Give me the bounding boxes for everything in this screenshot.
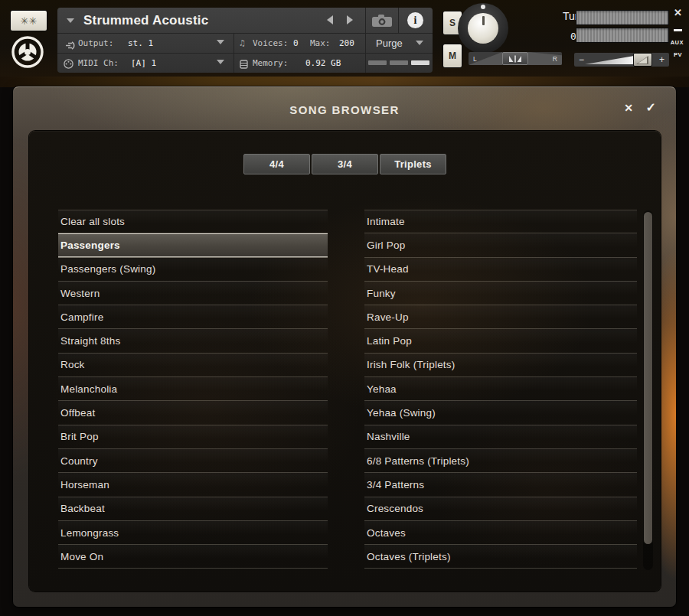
song-list-item[interactable]: Yehaa (Swing)	[364, 401, 637, 425]
song-list-item[interactable]: Backbeat	[58, 497, 328, 521]
song-list-item-label: Brit Pop	[60, 431, 99, 442]
pan-center-handle[interactable]	[502, 52, 528, 65]
instrument-header-panel: Strummed Acoustic i Output: st. 1	[57, 8, 433, 73]
song-list-item[interactable]: TV-Head	[364, 258, 637, 282]
song-list-item-label: Clear all slots	[60, 216, 125, 227]
song-list-item-label: 3/4 Patterns	[367, 479, 424, 491]
song-list-item[interactable]: Clear all slots	[58, 210, 328, 233]
pan-center-icon	[508, 55, 522, 63]
song-list-item[interactable]: 6/8 Patterns (Triplets)	[364, 449, 637, 473]
memory-label: Memory:	[253, 58, 288, 68]
song-list-item-label: Campfire	[60, 311, 103, 323]
aux-label[interactable]: AUX	[671, 39, 684, 46]
max-voices-value: 200	[339, 38, 354, 48]
snapshot-camera-icon[interactable]	[371, 14, 393, 31]
output-caret-icon[interactable]	[217, 40, 224, 44]
song-list-item-label: Horseman	[60, 479, 109, 491]
browser-confirm-icon[interactable]: ✓	[646, 100, 656, 115]
song-list-left: Clear all slots Passengers Passengers (S…	[58, 210, 328, 569]
song-list-item-label: Yehaa (Swing)	[367, 407, 436, 419]
next-instrument-icon[interactable]	[347, 15, 353, 24]
pv-label[interactable]: PV	[674, 51, 682, 58]
song-list-item-label: Latin Pop	[367, 335, 412, 347]
song-list-item-label: Straight 8ths	[60, 335, 120, 347]
tab-3-4[interactable]: 3/4	[312, 154, 378, 174]
song-list-scrollbar-thumb[interactable]	[644, 212, 652, 544]
volume-handle[interactable]	[633, 53, 652, 67]
song-list-item-label: Octaves	[367, 527, 406, 539]
purge-status-bar	[368, 60, 387, 65]
pan-slider[interactable]: L R	[469, 52, 562, 65]
song-list-item[interactable]: Irish Folk (Triplets)	[364, 354, 637, 377]
output-value[interactable]: st. 1	[128, 38, 153, 48]
voices-value: 0	[293, 38, 299, 48]
midi-caret-icon[interactable]	[217, 60, 224, 64]
pan-right-label: R	[553, 55, 557, 63]
meter-tabs: 4/4 3/4 Triplets	[29, 154, 661, 174]
song-list-item[interactable]: Offbeat	[58, 401, 328, 425]
song-list-item-label: Crescendos	[367, 503, 423, 514]
song-list-item[interactable]: Intimate	[364, 210, 637, 233]
song-list-item[interactable]: Horseman	[58, 473, 328, 497]
instrument-title[interactable]: Strummed Acoustic	[83, 13, 208, 28]
song-list-item[interactable]: Nashville	[364, 425, 637, 449]
song-list-item[interactable]: Girl Pop	[364, 233, 637, 257]
song-list-item[interactable]: Brit Pop	[58, 425, 328, 449]
session-guitarist-logo-icon	[11, 35, 44, 69]
mute-button[interactable]: M	[442, 44, 462, 68]
song-list-item-label: Passengers	[60, 240, 120, 251]
song-list-item[interactable]: Lemongrass	[58, 521, 328, 545]
song-list-item[interactable]: Melancholia	[58, 377, 328, 401]
song-browser-title: SONG BROWSER	[289, 103, 399, 116]
midi-channel-value[interactable]: [A] 1	[131, 58, 156, 68]
song-list-item-label: Backbeat	[60, 503, 105, 514]
song-list-item[interactable]: Country	[58, 449, 328, 473]
song-list-item[interactable]: Octaves (Triplets)	[364, 545, 637, 569]
song-list-item-label: Passengers (Swing)	[60, 263, 155, 275]
browser-close-icon[interactable]: ✕	[624, 102, 633, 114]
song-list-scrollbar-track[interactable]	[643, 210, 653, 570]
info-icon[interactable]: i	[407, 12, 423, 28]
kontakt-header: ✳✳ Strummed Acoustic	[0, 0, 689, 77]
song-browser-panel: 4/4 3/4 Triplets Clear all slots Passeng…	[29, 131, 661, 592]
output-label: Output:	[78, 38, 113, 48]
prev-instrument-icon[interactable]	[327, 15, 333, 24]
song-list-item-label: Rock	[60, 359, 85, 370]
volume-level-wedge	[585, 55, 638, 64]
purge-caret-icon[interactable]	[416, 41, 423, 45]
window-close-icon[interactable]: ✕	[674, 7, 682, 18]
midi-din-icon	[64, 58, 73, 72]
purge-label[interactable]: Purge	[376, 37, 403, 49]
song-list-item-label: Girl Pop	[367, 240, 405, 251]
song-list-item[interactable]: Passengers	[58, 233, 328, 257]
window-minimize-icon[interactable]	[674, 29, 682, 31]
song-list-item-label: Move On	[60, 551, 103, 562]
song-list-item[interactable]: Yehaa	[364, 377, 637, 401]
song-list-item[interactable]: Rock	[58, 354, 328, 377]
song-list-item[interactable]: Latin Pop	[364, 329, 637, 353]
volume-slider[interactable]: − +	[574, 53, 669, 67]
memory-chip-icon	[240, 58, 248, 72]
song-list-item-label: 6/8 Patterns (Triplets)	[367, 455, 469, 467]
song-list-item[interactable]: Rave-Up	[364, 305, 637, 329]
song-list-item-label: Nashville	[367, 431, 410, 442]
tune-knob[interactable]	[458, 3, 508, 54]
song-list-item[interactable]: Crescendos	[364, 497, 637, 521]
song-list-item[interactable]: Campfire	[58, 305, 328, 329]
tab-triplets[interactable]: Triplets	[380, 154, 446, 174]
memory-value: 0.92 GB	[305, 58, 341, 68]
instrument-body: SONG BROWSER ✕ ✓ 4/4 3/4 Triplets Clear …	[0, 77, 689, 616]
song-list-item[interactable]: Western	[58, 282, 328, 305]
instrument-dropdown-caret-icon[interactable]	[67, 18, 74, 23]
song-list-item[interactable]: Straight 8ths	[58, 329, 328, 353]
song-list-item[interactable]: Funky	[364, 282, 637, 305]
instrument-options-button[interactable]: ✳✳	[10, 10, 47, 31]
song-list-item-label: Intimate	[367, 216, 405, 227]
song-list-item[interactable]: Passengers (Swing)	[58, 258, 328, 282]
song-list-item[interactable]: Move On	[58, 545, 328, 569]
tab-4-4[interactable]: 4/4	[243, 154, 310, 174]
song-list-item[interactable]: 3/4 Patterns	[364, 473, 637, 497]
song-list-item[interactable]: Octaves	[364, 521, 637, 545]
gear-snowflake-icon: ✳✳	[21, 16, 38, 26]
song-list-item-label: Offbeat	[60, 407, 95, 419]
